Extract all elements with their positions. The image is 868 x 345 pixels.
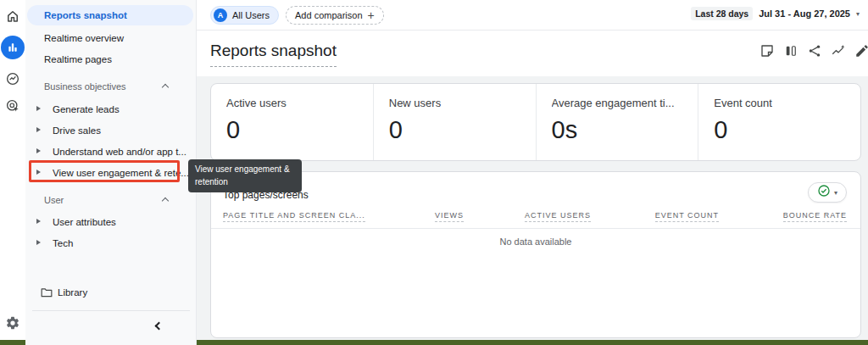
note-icon xyxy=(760,47,775,61)
caret-down-icon: ▾ xyxy=(856,10,860,18)
all-users-chip-label: All Users xyxy=(232,10,270,20)
table-header-row: PAGE TITLE AND SCREEN CLA... VIEWS ACTIV… xyxy=(211,211,860,228)
sidebar-item-drive-sales[interactable]: Drive sales xyxy=(25,121,197,140)
section-user[interactable]: User xyxy=(25,192,197,209)
explore-icon xyxy=(5,71,20,90)
home-icon xyxy=(5,8,20,27)
date-preset-label: Last 28 days xyxy=(691,7,753,20)
add-comparison-label: Add comparison xyxy=(295,10,363,20)
tooltip: View user engagement & retention xyxy=(188,159,302,192)
metric-label: Active users xyxy=(226,97,373,109)
data-quality-dropdown[interactable]: ▾ xyxy=(808,182,847,203)
date-range-selector[interactable]: Last 28 days Jul 31 - Aug 27, 2025 ▾ xyxy=(691,7,860,20)
advertising-nav-button[interactable] xyxy=(0,98,25,117)
sidebar-item-understand-web-app-traffic[interactable]: Understand web and/or app t... xyxy=(25,142,197,161)
sidebar-item-label: Tech xyxy=(53,238,73,248)
insights-button[interactable] xyxy=(831,43,848,60)
admin-gear-icon xyxy=(5,315,20,334)
column-header-active-users[interactable]: ACTIVE USERS xyxy=(525,211,591,222)
report-titlebar: Reports snapshot xyxy=(197,31,868,76)
metric-average-engagement-time: Average engagement ti... 0s xyxy=(536,84,698,160)
metric-value: 0 xyxy=(714,116,860,144)
metric-event-count: Event count 0 xyxy=(698,84,860,160)
metric-value: 0 xyxy=(226,116,373,144)
page-title: Reports snapshot xyxy=(210,42,337,67)
comparison-mode-button[interactable] xyxy=(783,43,800,60)
table-header-divider xyxy=(211,228,860,229)
ga4-reports-snapshot-page: Reports snapshot Realtime overview Realt… xyxy=(0,0,868,345)
sidebar-item-tech[interactable]: Tech xyxy=(25,234,197,253)
sidebar-item-realtime-pages[interactable]: Realtime pages xyxy=(25,50,197,69)
expand-triangle-icon xyxy=(36,148,41,153)
sidebar-item-label: User attributes xyxy=(53,217,116,227)
edit-report-button[interactable] xyxy=(854,43,868,60)
pencil-icon xyxy=(854,47,868,61)
sidebar-item-label: Realtime pages xyxy=(44,54,112,64)
all-users-chip[interactable]: A All Users xyxy=(210,6,279,25)
column-header-page-title[interactable]: PAGE TITLE AND SCREEN CLA... xyxy=(223,211,365,222)
empty-state-message: No data available xyxy=(211,236,860,247)
sidebar-item-realtime-overview[interactable]: Realtime overview xyxy=(25,29,197,47)
sidebar-item-label: Understand web and/or app t... xyxy=(53,147,186,157)
section-title: User xyxy=(44,195,64,205)
advertising-icon xyxy=(5,98,20,117)
date-range-text: Jul 31 - Aug 27, 2025 xyxy=(759,8,850,19)
home-nav-button[interactable] xyxy=(0,8,25,27)
metric-label: Average engagement ti... xyxy=(552,97,698,109)
metric-new-users: New users 0 xyxy=(373,84,536,160)
segment-avatar: A xyxy=(214,8,227,22)
tooltip-text: View user engagement & retention xyxy=(195,164,290,186)
report-content: Active users 0 New users 0 Average engag… xyxy=(197,76,868,340)
plus-icon: + xyxy=(368,9,375,21)
metric-value: 0s xyxy=(552,116,698,144)
column-header-event-count[interactable]: EVENT COUNT xyxy=(655,211,719,222)
metric-active-users: Active users 0 xyxy=(211,84,373,160)
chevron-up-icon xyxy=(162,84,169,91)
sidebar-divider xyxy=(32,310,190,311)
section-title: Business objectives xyxy=(44,81,126,92)
metrics-summary-card: Active users 0 New users 0 Average engag… xyxy=(210,83,861,161)
reports-nav-button[interactable] xyxy=(0,36,25,59)
explore-nav-button[interactable] xyxy=(0,71,25,90)
admin-button[interactable] xyxy=(0,315,25,334)
add-comparison-chip[interactable]: Add comparison + xyxy=(286,6,384,25)
chevron-up-icon xyxy=(162,198,169,204)
column-header-bounce-rate[interactable]: BOUNCE RATE xyxy=(783,211,847,222)
insights-icon xyxy=(831,47,846,61)
sidebar-item-label: Reports snapshot xyxy=(44,10,127,20)
column-header-views[interactable]: VIEWS xyxy=(435,211,464,222)
expand-triangle-icon xyxy=(36,240,41,245)
comparison-icon xyxy=(783,47,798,61)
report-note-button[interactable] xyxy=(760,43,776,60)
expand-triangle-icon xyxy=(36,106,41,111)
collapse-sidebar-button[interactable] xyxy=(151,319,168,336)
comparison-chips: A All Users Add comparison + xyxy=(210,6,384,25)
sidebar-item-reports-snapshot[interactable]: Reports snapshot xyxy=(27,5,193,25)
share-icon xyxy=(807,47,822,61)
sidebar-item-library[interactable]: Library xyxy=(25,283,197,302)
sidebar-item-label: Library xyxy=(58,287,87,298)
share-button[interactable] xyxy=(807,43,824,60)
chevron-left-icon xyxy=(155,322,164,331)
sidebar-item-label: Drive sales xyxy=(53,125,101,136)
metric-label: New users xyxy=(389,97,536,109)
metric-label: Event count xyxy=(714,97,860,109)
sidebar-item-label: Generate leads xyxy=(53,104,120,114)
sidebar-item-generate-leads[interactable]: Generate leads xyxy=(25,100,197,119)
left-nav-rail xyxy=(0,0,25,340)
metric-value: 0 xyxy=(389,116,536,144)
top-pages-card: Top pages/screens ▾ PAGE TITLE AND SCREE… xyxy=(210,171,861,338)
sidebar-item-user-attributes[interactable]: User attributes xyxy=(25,213,197,231)
expand-triangle-icon xyxy=(36,127,41,132)
reports-icon xyxy=(1,36,25,59)
caret-down-icon: ▾ xyxy=(834,189,837,197)
section-business-objectives[interactable]: Business objectives xyxy=(25,78,197,95)
check-circle-icon xyxy=(817,184,831,201)
sidebar-item-label: Realtime overview xyxy=(44,33,124,43)
expand-triangle-icon xyxy=(36,219,41,224)
red-highlight-box xyxy=(29,160,180,182)
report-topbar: A All Users Add comparison + Last 28 day… xyxy=(197,0,868,31)
